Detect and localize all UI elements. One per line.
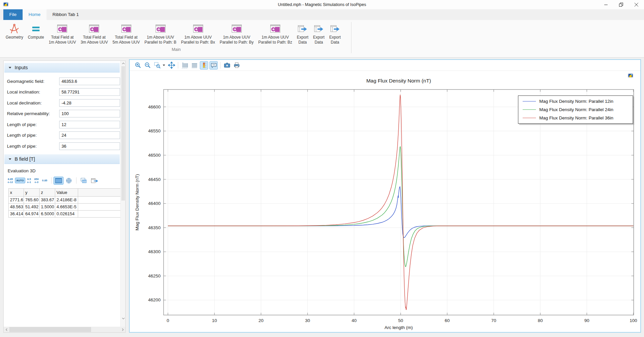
plot-canvas[interactable]: 0102030405060708090100462004625046300463… bbox=[130, 71, 640, 332]
toolbar-separator bbox=[51, 177, 52, 184]
copy-table-button[interactable] bbox=[78, 176, 88, 185]
input-local-declination-2[interactable] bbox=[59, 99, 120, 107]
ribbon-button-label: Total Field at 1m Above UUV bbox=[49, 35, 76, 45]
input-local-inclination-1[interactable] bbox=[59, 88, 120, 96]
grid-button[interactable] bbox=[190, 61, 198, 70]
field-label: Length of pipe: bbox=[7, 122, 59, 127]
input-geomagnetic-field-0[interactable] bbox=[59, 78, 120, 85]
export-table-button[interactable] bbox=[89, 176, 100, 185]
minimize-button[interactable] bbox=[598, 0, 613, 9]
scroll-down-button[interactable] bbox=[121, 316, 125, 321]
zoom-in-button[interactable] bbox=[134, 61, 142, 70]
zoom-box-button[interactable] bbox=[153, 61, 161, 70]
table-header-z[interactable]: z bbox=[40, 188, 55, 196]
ribbon-button-total-field-at-3[interactable]: Total Field at 3m Above UUV bbox=[78, 21, 110, 46]
legend-line-swatch bbox=[523, 118, 536, 118]
format-8.85e-12-button[interactable]: 8.85 e-12 bbox=[6, 176, 14, 185]
ribbon-button-1m-above-uuv-6[interactable]: 1m Above UUV Parallel to Path: Bx bbox=[179, 21, 217, 46]
x-tick-label: 80 bbox=[538, 318, 543, 323]
evaluation-table[interactable]: xyzValue2771.6765.60383.672.4186E-848.56… bbox=[8, 188, 120, 218]
table-cell: 64.974 bbox=[24, 210, 40, 217]
ribbon-button-export-10[interactable]: Export Data bbox=[311, 21, 327, 46]
vertical-scrollbar[interactable] bbox=[120, 61, 125, 327]
inputs-section-header[interactable]: Inputs bbox=[4, 63, 120, 73]
table-icon bbox=[55, 178, 62, 184]
table-header-value[interactable]: Value bbox=[55, 188, 78, 196]
tab-ribbon-tab-1[interactable]: Ribbon Tab 1 bbox=[47, 9, 85, 20]
format-0.85-button[interactable]: 0.85 bbox=[41, 178, 49, 183]
scroll-right-button[interactable] bbox=[120, 327, 125, 332]
x-tick-label: 70 bbox=[491, 318, 496, 323]
ribbon-button-compute-1[interactable]: Compute bbox=[26, 21, 47, 41]
camera-button[interactable] bbox=[223, 61, 231, 70]
format-auto-button[interactable]: AUTO bbox=[15, 178, 25, 183]
close-icon bbox=[634, 3, 638, 7]
legend-color-button[interactable] bbox=[200, 61, 208, 70]
tooltip-button[interactable] bbox=[209, 61, 218, 70]
field-label: Relative permeability: bbox=[7, 111, 59, 116]
format-8.5e-1-button[interactable]: 8.5 e-1 bbox=[26, 176, 33, 185]
zoom-out-button[interactable] bbox=[143, 61, 152, 70]
input-relative-permeability-3[interactable] bbox=[59, 110, 120, 117]
sphere-button[interactable] bbox=[64, 176, 73, 185]
ribbon-button-total-field-at-2[interactable]: Total Field at 1m Above UUV bbox=[46, 21, 78, 46]
ribbon-button-1m-above-uuv-7[interactable]: 1m Above UUV Parallel to Path: By bbox=[217, 21, 256, 46]
collapse-caret-icon bbox=[8, 158, 12, 160]
table-cell: 48.563 bbox=[9, 203, 24, 210]
field-label: Length of pipe: bbox=[7, 144, 59, 149]
field-label: Length of pipe: bbox=[7, 133, 59, 138]
horizontal-scrollbar[interactable] bbox=[4, 327, 125, 332]
ribbon-button-label: 1m Above UUV Parallel to Path: Bx bbox=[181, 35, 215, 45]
ribbon-button-geometry-0[interactable]: Geometry bbox=[3, 21, 26, 41]
input-length-of-pipe-6[interactable] bbox=[59, 142, 120, 150]
ribbon-button-1m-above-uuv-5[interactable]: 1m Above UUV Parallel to Path: B bbox=[142, 21, 179, 46]
zoom-out-icon bbox=[144, 62, 151, 69]
dropdown-caret-icon[interactable] bbox=[163, 64, 165, 66]
scroll-up-button[interactable] bbox=[121, 61, 125, 66]
ribbon-button-total-field-at-4[interactable]: Total Field at 5m Above UUV bbox=[110, 21, 142, 46]
camera-icon bbox=[224, 62, 230, 69]
y-tick-label: 46550 bbox=[148, 128, 161, 133]
toolbar-separator bbox=[76, 177, 76, 184]
x-tick-label: 50 bbox=[398, 318, 403, 323]
table-row[interactable]: 48.56351.4921.50004.6653E-5 bbox=[9, 203, 121, 210]
scroll-left-button[interactable] bbox=[4, 327, 9, 332]
table-row[interactable]: 2771.6765.60383.672.4186E-8 bbox=[9, 196, 121, 203]
ribbon-button-export-9[interactable]: Export Data bbox=[295, 21, 311, 46]
x-tick-label: 20 bbox=[259, 318, 264, 323]
maximize-button[interactable] bbox=[613, 0, 629, 9]
inputs-section-title: Inputs bbox=[15, 65, 28, 70]
ribbon-button-1m-above-uuv-8[interactable]: 1m Above UUV Parallel to Path: Bz bbox=[256, 21, 295, 46]
y-tick-label: 46600 bbox=[148, 104, 161, 109]
format-850e-3-button[interactable]: 850 e-3 bbox=[33, 176, 40, 185]
input-length-of-pipe-4[interactable] bbox=[59, 121, 120, 128]
bfield-section-header[interactable]: B field [T] bbox=[4, 154, 120, 164]
field-label: Geomagnetic field: bbox=[7, 79, 59, 84]
table-button[interactable] bbox=[54, 177, 64, 185]
print-button[interactable] bbox=[232, 61, 241, 70]
table-header-y[interactable]: y bbox=[24, 188, 40, 196]
horizontal-scrollbar-thumb[interactable] bbox=[9, 327, 91, 332]
ribbon-button-label: Total Field at 5m Above UUV bbox=[112, 35, 140, 45]
table-cell-filler bbox=[78, 203, 121, 210]
input-length-of-pipe-5[interactable] bbox=[59, 131, 120, 139]
comsol-logo-icon[interactable] bbox=[628, 73, 633, 79]
vertical-scrollbar-thumb[interactable] bbox=[121, 66, 125, 201]
axis-y-button[interactable] bbox=[181, 61, 189, 70]
zoom-extents-button[interactable] bbox=[167, 61, 176, 70]
table-row[interactable]: 36.41464.9746.50000.026154 bbox=[9, 210, 121, 217]
bfield-section-title: B field [T] bbox=[15, 156, 35, 162]
graphics-toolbar bbox=[130, 60, 640, 71]
legend-label: Mag Flux Density Norm: Parallel 12in bbox=[539, 99, 613, 104]
chart-legend: Mag Flux Density Norm: Parallel 12inMag … bbox=[518, 95, 633, 124]
tab-home[interactable]: Home bbox=[23, 9, 47, 20]
x-tick-label: 100 bbox=[630, 318, 637, 323]
legend-label: Mag Flux Density Norm: Parallel 24in bbox=[539, 107, 613, 112]
tab-file[interactable]: File bbox=[3, 9, 23, 20]
table-header-x[interactable]: x bbox=[9, 188, 24, 196]
ribbon-button-export-11[interactable]: Export Data bbox=[327, 21, 343, 46]
close-button[interactable] bbox=[629, 0, 644, 9]
field-row-relative-permeability-3: Relative permeability: bbox=[4, 108, 120, 119]
x-tick-label: 60 bbox=[445, 318, 450, 323]
ribbon-button-label: 1m Above UUV Parallel to Path: By bbox=[220, 35, 254, 45]
